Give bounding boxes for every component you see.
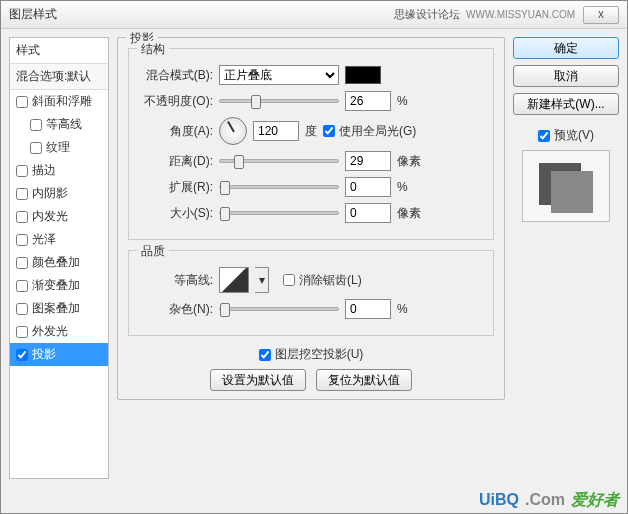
sidebar-item-checkbox[interactable] (16, 211, 28, 223)
sidebar-item-label: 渐变叠加 (32, 277, 80, 294)
right-column: 确定 取消 新建样式(W)... 预览(V) (513, 37, 619, 479)
sidebar-item-label: 纹理 (46, 139, 70, 156)
preview-section: 预览(V) (513, 127, 619, 222)
preview-checkbox[interactable]: 预览(V) (513, 127, 619, 144)
sidebar-item-checkbox[interactable] (16, 303, 28, 315)
cancel-button[interactable]: 取消 (513, 65, 619, 87)
knockout-input[interactable] (259, 349, 271, 361)
distance-unit: 像素 (397, 153, 421, 170)
titlebar-watermark: 思缘设计论坛 (394, 7, 460, 22)
noise-label: 杂色(N): (139, 301, 213, 318)
contour-label: 等高线: (139, 272, 213, 289)
close-button[interactable]: x (583, 6, 619, 24)
sidebar-item-checkbox[interactable] (16, 280, 28, 292)
main-panel: 投影 结构 混合模式(B): 正片叠底 不透明度(O): % (117, 37, 505, 479)
angle-input[interactable] (253, 121, 299, 141)
size-unit: 像素 (397, 205, 421, 222)
preview-input[interactable] (538, 130, 550, 142)
spread-unit: % (397, 180, 408, 194)
titlebar-url: WWW.MISSYUAN.COM (466, 9, 575, 20)
sidebar-item-checkbox[interactable] (16, 165, 28, 177)
window-title: 图层样式 (9, 6, 57, 23)
sidebar-item[interactable]: 斜面和浮雕 (10, 90, 108, 113)
sidebar-item-checkbox[interactable] (16, 234, 28, 246)
angle-dial[interactable] (219, 117, 247, 145)
knockout-checkbox[interactable]: 图层挖空投影(U) (259, 346, 364, 363)
sidebar-header: 样式 (10, 38, 108, 64)
sidebar-item-checkbox[interactable] (16, 188, 28, 200)
styles-sidebar: 样式 混合选项:默认 斜面和浮雕等高线纹理描边内阴影内发光光泽颜色叠加渐变叠加图… (9, 37, 109, 479)
angle-unit: 度 (305, 123, 317, 140)
noise-slider[interactable] (219, 307, 339, 311)
size-label: 大小(S): (139, 205, 213, 222)
sidebar-item-checkbox[interactable] (30, 119, 42, 131)
sidebar-item-checkbox[interactable] (16, 326, 28, 338)
drop-shadow-group: 投影 结构 混合模式(B): 正片叠底 不透明度(O): % (117, 37, 505, 400)
noise-unit: % (397, 302, 408, 316)
quality-subgroup: 品质 等高线: ▾ 消除锯齿(L) 杂色(N): (128, 250, 494, 336)
sidebar-item[interactable]: 纹理 (10, 136, 108, 159)
sidebar-item-label: 描边 (32, 162, 56, 179)
sidebar-item[interactable]: 渐变叠加 (10, 274, 108, 297)
blend-mode-label: 混合模式(B): (139, 67, 213, 84)
sidebar-item[interactable]: 内发光 (10, 205, 108, 228)
spread-label: 扩展(R): (139, 179, 213, 196)
sidebar-item-checkbox[interactable] (30, 142, 42, 154)
sidebar-item-label: 颜色叠加 (32, 254, 80, 271)
sidebar-item-label: 斜面和浮雕 (32, 93, 92, 110)
sidebar-item-label: 外发光 (32, 323, 68, 340)
opacity-label: 不透明度(O): (139, 93, 213, 110)
layer-style-dialog: 图层样式 思缘设计论坛 WWW.MISSYUAN.COM x 样式 混合选项:默… (0, 0, 628, 514)
antialias-input[interactable] (283, 274, 295, 286)
sidebar-item-checkbox[interactable] (16, 96, 28, 108)
sidebar-item[interactable]: 图案叠加 (10, 297, 108, 320)
sidebar-item[interactable]: 投影 (10, 343, 108, 366)
quality-title: 品质 (137, 243, 169, 260)
preview-canvas (522, 150, 610, 222)
footer-watermark: UiBQ .Com 爱好者 (1, 487, 627, 513)
global-light-input[interactable] (323, 125, 335, 137)
reset-default-button[interactable]: 复位为默认值 (316, 369, 412, 391)
sidebar-item-checkbox[interactable] (16, 349, 28, 361)
distance-slider[interactable] (219, 159, 339, 163)
global-light-checkbox[interactable]: 使用全局光(G) (323, 123, 416, 140)
spread-input[interactable] (345, 177, 391, 197)
sidebar-item-label: 图案叠加 (32, 300, 80, 317)
make-default-button[interactable]: 设置为默认值 (210, 369, 306, 391)
distance-label: 距离(D): (139, 153, 213, 170)
opacity-input[interactable] (345, 91, 391, 111)
ok-button[interactable]: 确定 (513, 37, 619, 59)
opacity-slider[interactable] (219, 99, 339, 103)
sidebar-item-label: 内发光 (32, 208, 68, 225)
size-input[interactable] (345, 203, 391, 223)
sidebar-item-label: 内阴影 (32, 185, 68, 202)
sidebar-item-label: 投影 (32, 346, 56, 363)
shadow-color-swatch[interactable] (345, 66, 381, 84)
blend-mode-select[interactable]: 正片叠底 (219, 65, 339, 85)
sidebar-item-label: 等高线 (46, 116, 82, 133)
contour-picker[interactable] (219, 267, 249, 293)
spread-slider[interactable] (219, 185, 339, 189)
sidebar-blend-options[interactable]: 混合选项:默认 (10, 64, 108, 90)
new-style-button[interactable]: 新建样式(W)... (513, 93, 619, 115)
angle-label: 角度(A): (139, 123, 213, 140)
structure-title: 结构 (137, 41, 169, 58)
sidebar-item[interactable]: 描边 (10, 159, 108, 182)
noise-input[interactable] (345, 299, 391, 319)
sidebar-item-checkbox[interactable] (16, 257, 28, 269)
antialias-checkbox[interactable]: 消除锯齿(L) (283, 272, 362, 289)
sidebar-item[interactable]: 颜色叠加 (10, 251, 108, 274)
sidebar-item[interactable]: 等高线 (10, 113, 108, 136)
distance-input[interactable] (345, 151, 391, 171)
opacity-unit: % (397, 94, 408, 108)
contour-dropdown-icon[interactable]: ▾ (255, 267, 269, 293)
structure-subgroup: 结构 混合模式(B): 正片叠底 不透明度(O): % (128, 48, 494, 240)
sidebar-item-label: 光泽 (32, 231, 56, 248)
size-slider[interactable] (219, 211, 339, 215)
sidebar-item[interactable]: 光泽 (10, 228, 108, 251)
sidebar-item[interactable]: 内阴影 (10, 182, 108, 205)
sidebar-item[interactable]: 外发光 (10, 320, 108, 343)
titlebar: 图层样式 思缘设计论坛 WWW.MISSYUAN.COM x (1, 1, 627, 29)
